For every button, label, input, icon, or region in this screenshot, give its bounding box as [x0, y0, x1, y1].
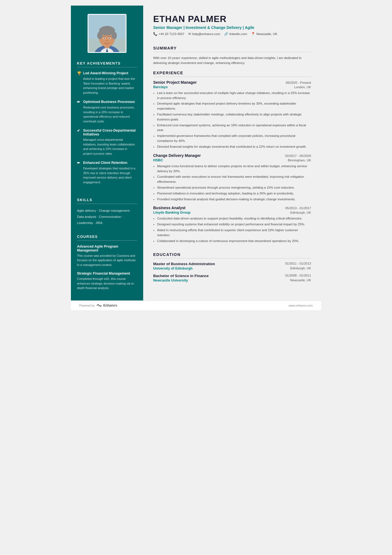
- edu-school-row: University of Edinburgh Edinburgh, UK: [153, 267, 311, 270]
- edu-location: Edinburgh, UK: [290, 267, 311, 270]
- bullet-item: Developed agile strategies that improved…: [157, 101, 311, 111]
- enhancv-logo: Enhancv: [96, 304, 117, 307]
- achievement-icon: ✔: [77, 129, 81, 133]
- edu-school: Newcastle University: [153, 278, 188, 282]
- email-contact: ✉ help@enhancv.com: [188, 32, 220, 36]
- skills-list: Agile delivery · Change management ·Data…: [77, 208, 137, 226]
- email-icon: ✉: [188, 32, 191, 36]
- bullet-item: Streamlined operational processes throug…: [157, 185, 311, 190]
- achievements-title: KEY ACHIEVEMENTS: [77, 61, 137, 67]
- edu-dates: 01/2008 - 01/2011: [285, 274, 311, 278]
- exp-header: Change Delivery Manager 02/2017 - 05/202…: [153, 153, 311, 158]
- achievement-title-text: Optimised Business Processes: [83, 100, 135, 104]
- bullet-item: Enhanced cost management systems, achiev…: [157, 123, 311, 133]
- skills-title: SKILLS: [77, 198, 137, 204]
- edu-dates: 01/2011 - 01/2013: [285, 262, 311, 266]
- experience-list: Senior Project Manager 06/2020 - Present…: [153, 80, 311, 248]
- phone-contact: 📞 +44 20 7123 4567: [153, 32, 184, 36]
- svg-point-8: [97, 32, 103, 39]
- achievement-desc: Redesigned core business processes, resu…: [83, 105, 137, 124]
- course-item: Strategic Financial Management Completed…: [77, 272, 137, 290]
- job-bullets: Managed cross-functional teams to delive…: [157, 164, 311, 202]
- courses-title: COURSES: [77, 235, 137, 241]
- edu-degree-row: Master of Business Administration 01/201…: [153, 262, 311, 266]
- job-dates: 06/2020 - Present: [286, 81, 311, 84]
- phone-icon: 📞: [153, 32, 157, 36]
- bullet-item: Facilitated numerous key stakeholder mee…: [157, 112, 311, 122]
- svg-point-9: [111, 32, 117, 39]
- linkedin-contact: 🔗 linkedin.com: [224, 32, 247, 36]
- job-company: HSBC: [153, 158, 163, 162]
- bullet-item: Managed cross-functional teams to delive…: [157, 164, 311, 174]
- exp-company-row: Barclays London, UK: [153, 85, 311, 89]
- bullet-item: Directed financial insights for strategi…: [157, 144, 311, 149]
- main-content: ETHAN PALMER Senior Manager | Investment…: [143, 6, 321, 300]
- experience-job: Business Analyst 05/2013 - 01/2017 Lloyd…: [153, 206, 311, 243]
- achievement-title: ✔ Successful Cross-Departmental Initiati…: [77, 129, 137, 136]
- job-title: Senior Project Manager: [153, 80, 197, 85]
- education-item: Bachelor of Science in Finance 01/2008 -…: [153, 274, 311, 282]
- skill-line: Leadership · JIRA: [77, 220, 137, 226]
- summary-text: With over 10 years' experience, skilled …: [153, 55, 311, 66]
- job-dates: 02/2017 - 05/2020: [285, 154, 311, 157]
- achievement-title: ✏ Optimised Business Processes: [77, 100, 137, 104]
- course-desc: Completed through edX, this course enhan…: [77, 277, 137, 290]
- exp-header: Business Analyst 05/2013 - 01/2017: [153, 206, 311, 210]
- bullet-item: Aided in restructuring efforts that cont…: [157, 228, 311, 238]
- courses-list: Advanced Agile Program Management This c…: [77, 245, 137, 290]
- course-title: Strategic Financial Management: [77, 272, 137, 275]
- footer-website: www.enhancv.com: [289, 304, 313, 307]
- page-footer: Powered by Enhancv www.enhancv.com: [71, 300, 321, 310]
- achievement-desc: Managed cross-departmental initiatives, …: [83, 137, 137, 156]
- job-location: Birmingham, UK: [288, 159, 311, 162]
- edu-school: University of Edinburgh: [153, 267, 193, 270]
- bullet-item: Implemented governance frameworks that c…: [157, 134, 311, 144]
- achievement-item: ✔ Successful Cross-Departmental Initiati…: [77, 129, 137, 156]
- bullet-item: Designed reporting systems that enhanced…: [157, 222, 311, 227]
- achievement-title: ✏ Enhanced Client Retention: [77, 161, 137, 165]
- edu-degree: Bachelor of Science in Finance: [153, 274, 209, 278]
- achievement-title: 🏆 Led Award-Winning Project: [77, 71, 137, 75]
- bullet-item: Conducted data-driven analyses to suppor…: [157, 216, 311, 221]
- location-contact: 📍 Newcastle, UK: [251, 32, 277, 36]
- job-company: Lloyds Banking Group: [153, 211, 190, 214]
- brand-name: Enhancv: [103, 304, 117, 307]
- achievement-icon: ✏: [77, 100, 81, 104]
- education-section-title: EDUCATION: [153, 252, 311, 258]
- svg-point-14: [106, 40, 108, 41]
- achievement-item: ✏ Enhanced Client Retention Developed st…: [77, 161, 137, 184]
- bullet-item: Led a team on the successful execution o…: [157, 91, 311, 101]
- sidebar: KEY ACHIEVEMENTS 🏆 Led Award-Winning Pro…: [71, 6, 143, 300]
- skill-line: Agile delivery · Change management ·: [77, 208, 137, 214]
- job-title: Business Analyst: [153, 206, 185, 210]
- resume-wrapper: KEY ACHIEVEMENTS 🏆 Led Award-Winning Pro…: [71, 6, 321, 310]
- exp-header: Senior Project Manager 06/2020 - Present: [153, 80, 311, 85]
- job-dates: 05/2013 - 01/2017: [285, 206, 311, 210]
- resume-body: KEY ACHIEVEMENTS 🏆 Led Award-Winning Pro…: [71, 6, 321, 300]
- linkedin-value: linkedin.com: [229, 32, 247, 36]
- candidate-subtitle: Senior Manager | Investment & Change Del…: [153, 25, 311, 30]
- phone-value: +44 20 7123 4567: [158, 32, 184, 36]
- achievements-section: KEY ACHIEVEMENTS 🏆 Led Award-Winning Pro…: [71, 58, 143, 195]
- bullet-item: Provided insightful financial analysis t…: [157, 197, 311, 202]
- powered-by-label: Powered by: [79, 304, 95, 307]
- achievement-title-text: Led Award-Winning Project: [83, 71, 128, 75]
- contact-info: 📞 +44 20 7123 4567 ✉ help@enhancv.com 🔗 …: [153, 32, 311, 36]
- job-location: London, UK: [294, 85, 311, 89]
- achievement-title-text: Enhanced Client Retention: [83, 161, 127, 165]
- course-desc: This course was provided by Coursera and…: [77, 253, 137, 267]
- linkedin-icon: 🔗: [224, 32, 228, 36]
- achievement-item: 🏆 Led Award-Winning Project Aided in lea…: [77, 71, 137, 95]
- bullet-item: Pioneered initiatives in innovation and …: [157, 191, 311, 196]
- job-bullets: Conducted data-driven analyses to suppor…: [157, 216, 311, 243]
- achievement-desc: Aided in leading a project that won the …: [83, 77, 137, 95]
- logo-icon: [96, 304, 102, 307]
- footer-left: Powered by Enhancv: [79, 304, 117, 307]
- svg-point-12: [104, 38, 105, 39]
- bullet-item: Coordinated with senior executives to en…: [157, 174, 311, 184]
- edu-location: Newcastle, UK: [290, 278, 311, 282]
- candidate-name: ETHAN PALMER: [153, 14, 311, 24]
- skills-section: SKILLS Agile delivery · Change managemen…: [71, 195, 143, 232]
- achievement-desc: Developed strategies that resulted in a …: [83, 166, 137, 184]
- job-location: Edinburgh, UK: [290, 211, 311, 214]
